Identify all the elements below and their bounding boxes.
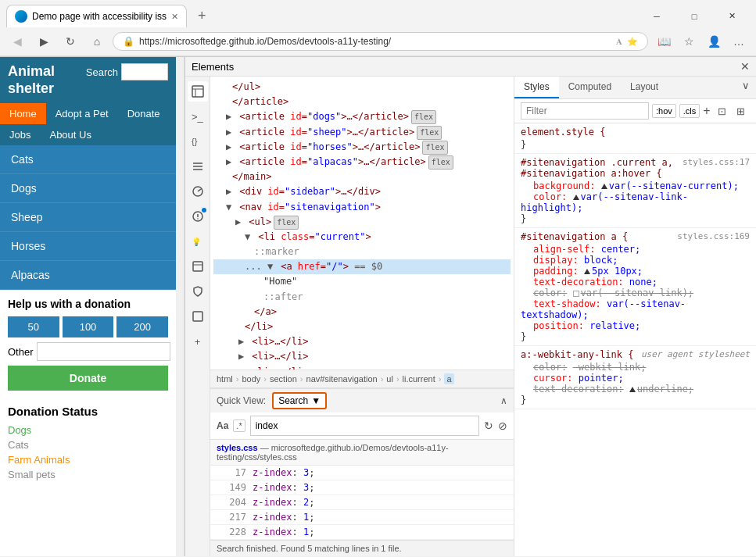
- nav-donate[interactable]: Donate: [118, 103, 170, 124]
- elements-tree[interactable]: </ul> </article> ▶ <article id="dogs">…<…: [210, 77, 514, 370]
- tree-line[interactable]: ▼ <li class="current">: [213, 230, 511, 245]
- animal-dogs[interactable]: Dogs: [0, 174, 176, 203]
- pseudo-class-button[interactable]: :hov: [652, 104, 676, 118]
- tab-close-button[interactable]: ✕: [171, 12, 178, 22]
- more-styles-button[interactable]: ⊟: [751, 102, 756, 120]
- maximize-button[interactable]: □: [676, 5, 712, 27]
- amount-50[interactable]: 50: [8, 316, 59, 337]
- nav-jobs[interactable]: Jobs: [0, 124, 40, 145]
- tree-line[interactable]: ::after: [213, 290, 511, 305]
- result-row[interactable]: 149 z-index: 3;: [210, 480, 514, 495]
- status-dogs[interactable]: Dogs: [8, 424, 168, 436]
- styles-filter-input[interactable]: [521, 102, 649, 120]
- tree-line[interactable]: </li>: [213, 320, 511, 334]
- animal-alpacas[interactable]: Alpacas: [0, 261, 176, 290]
- nav-home[interactable]: Home: [0, 103, 46, 124]
- demo-scrollbar[interactable]: [176, 57, 184, 556]
- address-bar[interactable]: 🔒 https://microsoftedge.github.io/Demos/…: [113, 32, 648, 51]
- reading-view-button[interactable]: 📖: [653, 30, 675, 52]
- styles-source[interactable]: styles.css:169: [677, 231, 750, 241]
- breadcrumb-li[interactable]: li.current: [403, 374, 435, 384]
- issues-icon[interactable]: [188, 206, 208, 227]
- tree-line[interactable]: ▶ <article id="horses">…</article>flex: [213, 140, 511, 155]
- tree-line[interactable]: ▶ <li>…</li>: [213, 334, 511, 349]
- toggle-styles-button[interactable]: ⊞: [733, 102, 750, 120]
- tree-line[interactable]: ▼ <nav id="sitenavigation">: [213, 200, 511, 215]
- nav-adopt[interactable]: Adopt a Pet: [46, 103, 118, 124]
- breadcrumb-body[interactable]: body: [242, 374, 260, 384]
- search-field[interactable]: [250, 416, 479, 436]
- performance-icon[interactable]: [188, 181, 208, 202]
- quick-view-dropdown[interactable]: Search ▼: [272, 392, 327, 409]
- tree-line[interactable]: ▶ <article id="sheep">…</article>flex: [213, 125, 511, 140]
- search-input[interactable]: [121, 63, 168, 80]
- breadcrumb-section[interactable]: section: [270, 374, 297, 384]
- nav-about[interactable]: About Us: [40, 124, 100, 145]
- tree-line[interactable]: </a>: [213, 305, 511, 320]
- back-button[interactable]: ◀: [6, 30, 28, 52]
- console-icon[interactable]: >_: [188, 106, 208, 127]
- devtools-close-button[interactable]: ✕: [740, 60, 750, 73]
- amount-200[interactable]: 200: [116, 316, 168, 337]
- settings-button[interactable]: …: [728, 30, 750, 52]
- tab-computed[interactable]: Computed: [559, 77, 621, 98]
- tree-line[interactable]: ▶ <div id="sidebar">…</div>: [213, 184, 511, 199]
- favorites-button[interactable]: ☆: [678, 30, 700, 52]
- amount-100[interactable]: 100: [63, 316, 114, 337]
- new-tab-button[interactable]: +: [192, 5, 213, 27]
- add-style-rule-button[interactable]: +: [703, 104, 710, 118]
- network-icon[interactable]: [188, 156, 208, 177]
- result-row[interactable]: 228 z-index: 1;: [210, 525, 514, 540]
- application-icon[interactable]: [188, 256, 208, 277]
- search-clear-button[interactable]: ⊘: [498, 420, 507, 432]
- status-small-pets[interactable]: Small pets: [8, 469, 168, 480]
- tree-line[interactable]: </main>: [213, 170, 511, 184]
- styles-source[interactable]: styles.css:17: [683, 157, 750, 167]
- search-status-bar: Search finished. Found 5 matching lines …: [210, 540, 514, 556]
- animal-cats[interactable]: Cats: [0, 145, 176, 174]
- search-refresh-button[interactable]: ↻: [484, 420, 493, 432]
- forward-button[interactable]: ▶: [33, 30, 55, 52]
- close-button[interactable]: ✕: [714, 5, 750, 27]
- tree-line[interactable]: ▶ <article id="dogs">…</article>flex: [213, 109, 511, 124]
- refresh-button[interactable]: ↻: [59, 30, 81, 52]
- quick-view-expand-button[interactable]: ∧: [500, 395, 507, 406]
- tab-layout[interactable]: Layout: [621, 77, 668, 98]
- tab-styles[interactable]: Styles: [514, 77, 559, 98]
- other-input[interactable]: [37, 342, 170, 361]
- status-farm-animals[interactable]: Farm Animals: [8, 454, 168, 466]
- breadcrumb-html[interactable]: html: [217, 374, 233, 384]
- tree-line[interactable]: ▶ <li>…</li>: [213, 349, 511, 364]
- elements-icon[interactable]: [188, 81, 208, 102]
- profile-button[interactable]: 👤: [703, 30, 725, 52]
- home-button[interactable]: ⌂: [86, 30, 108, 52]
- result-row[interactable]: 217 z-index: 1;: [210, 510, 514, 525]
- animal-sheep[interactable]: Sheep: [0, 203, 176, 232]
- tree-line[interactable]: ▶ <ul>flex: [213, 215, 511, 230]
- status-cats[interactable]: Cats: [8, 439, 168, 451]
- lighthouse-icon[interactable]: [188, 306, 208, 327]
- tree-line[interactable]: "Home": [213, 274, 511, 289]
- breadcrumb-ul[interactable]: ul: [386, 374, 393, 384]
- tree-line[interactable]: </ul>: [213, 80, 511, 95]
- cls-button[interactable]: .cls: [679, 104, 700, 118]
- tree-line-selected[interactable]: ... ▼ <a href="/"> == $0: [213, 259, 511, 274]
- minimize-button[interactable]: ─: [639, 5, 675, 27]
- browser-tab[interactable]: Demo page with accessibility iss ✕: [6, 5, 187, 27]
- tree-line[interactable]: ::marker: [213, 245, 511, 259]
- search-regex-button[interactable]: .*: [233, 420, 245, 432]
- donate-button[interactable]: Donate: [8, 366, 168, 391]
- security-icon[interactable]: [188, 281, 208, 302]
- tree-line[interactable]: ▶ <article id="alpacas">…</article>flex: [213, 155, 511, 170]
- sources-icon[interactable]: {}: [188, 131, 208, 152]
- result-row[interactable]: 17 z-index: 3;: [210, 466, 514, 480]
- memory-icon[interactable]: 💡: [188, 231, 208, 252]
- more-tools-icon[interactable]: +: [188, 331, 208, 352]
- result-row[interactable]: 204 z-index: 2;: [210, 495, 514, 510]
- styles-more-button[interactable]: ∨: [736, 77, 756, 98]
- copy-styles-button[interactable]: ⊡: [714, 102, 731, 120]
- tree-line[interactable]: </article>: [213, 95, 511, 109]
- breadcrumb-a[interactable]: a: [444, 373, 453, 384]
- animal-horses[interactable]: Horses: [0, 232, 176, 261]
- breadcrumb-nav[interactable]: nav#sitenavigation: [306, 374, 378, 384]
